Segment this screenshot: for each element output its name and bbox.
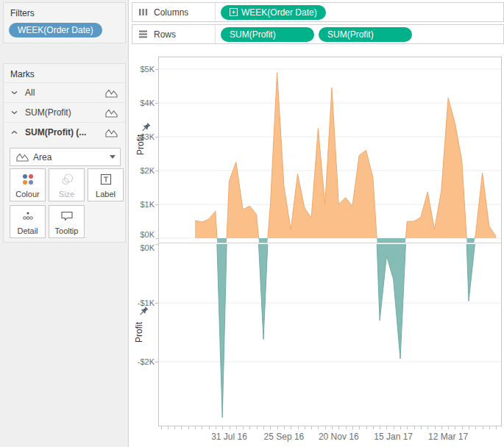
y-axis-title-bottom[interactable]: Profit bbox=[134, 314, 144, 351]
columns-shelf[interactable]: Columns WEEK(Order Date) bbox=[132, 2, 504, 22]
x-tick bbox=[435, 426, 436, 429]
marks-item-all[interactable]: All bbox=[4, 82, 125, 102]
pill-sum-profit-2[interactable]: SUM(Profit) bbox=[319, 27, 412, 42]
x-tick bbox=[222, 426, 223, 429]
rows-pillzone: SUM(Profit) SUM(Profit) bbox=[216, 27, 416, 42]
dual-area-chart[interactable] bbox=[158, 57, 502, 426]
x-tick bbox=[462, 426, 463, 429]
marks-item-sum-profit-1[interactable]: SUM(Profit) bbox=[4, 102, 125, 122]
x-tick bbox=[277, 426, 278, 429]
rows-shelf-label: Rows bbox=[154, 29, 176, 40]
x-tick bbox=[380, 426, 380, 429]
chevron-down-icon[interactable] bbox=[11, 90, 18, 95]
y-tick bbox=[155, 303, 158, 304]
marks-item-sum-profit-2[interactable]: SUM(Profit) (... bbox=[4, 122, 125, 142]
colour-button[interactable]: Colour bbox=[10, 168, 46, 201]
size-button-label: Size bbox=[59, 190, 74, 199]
label-button-label: Label bbox=[96, 190, 116, 199]
x-tick bbox=[455, 426, 455, 429]
mark-type-value: Area bbox=[33, 152, 52, 162]
x-tick bbox=[270, 426, 271, 429]
y-tick bbox=[155, 362, 158, 362]
area-mark-icon bbox=[105, 128, 118, 137]
filters-card: Filters WEEK(Order Date) bbox=[3, 2, 126, 43]
y-tick bbox=[155, 244, 158, 245]
chevron-down-icon[interactable] bbox=[11, 110, 18, 115]
y-tick-label: $2K bbox=[128, 165, 155, 176]
pill-week-order-date[interactable]: WEEK(Order Date) bbox=[221, 5, 326, 20]
area-mark-icon bbox=[105, 88, 118, 98]
x-tick bbox=[263, 426, 264, 429]
marks-item-label: All bbox=[25, 87, 105, 98]
y-tick-label: $5K bbox=[128, 64, 155, 74]
y-tick-label: -$2K bbox=[128, 357, 155, 367]
x-tick-label: 15 Jan 17 bbox=[367, 432, 420, 442]
x-tick bbox=[257, 426, 258, 429]
text-label-icon bbox=[100, 169, 112, 190]
x-tick bbox=[489, 426, 490, 429]
x-tick bbox=[483, 426, 483, 429]
x-tick-label: 31 Jul 16 bbox=[203, 432, 256, 442]
x-tick bbox=[366, 426, 367, 429]
rows-shelf[interactable]: Rows SUM(Profit) SUM(Profit) bbox=[132, 24, 504, 44]
tableau-workspace: Filters WEEK(Order Date) Marks All bbox=[0, 0, 504, 447]
x-tick bbox=[448, 426, 449, 429]
y-tick bbox=[155, 137, 158, 137]
x-tick bbox=[407, 426, 408, 429]
rows-icon bbox=[139, 30, 148, 38]
filter-pill-week-order-date[interactable]: WEEK(Order Date) bbox=[9, 23, 102, 37]
x-tick bbox=[325, 426, 326, 429]
label-button[interactable]: Label bbox=[88, 168, 124, 201]
x-tick bbox=[284, 426, 285, 429]
area-mark-icon bbox=[16, 152, 29, 162]
filters-title: Filters bbox=[4, 3, 125, 21]
rows-shelf-head: Rows bbox=[132, 25, 216, 43]
x-tick bbox=[386, 426, 387, 429]
sidebar: Filters WEEK(Order Date) Marks All bbox=[0, 0, 129, 447]
x-tick bbox=[441, 426, 442, 429]
y-tick bbox=[155, 103, 158, 104]
x-tick-label: 12 Mar 17 bbox=[422, 432, 475, 442]
x-tick bbox=[181, 426, 182, 429]
x-tick bbox=[161, 426, 162, 429]
mark-type-dropdown[interactable]: Area bbox=[10, 148, 121, 166]
y-tick bbox=[155, 69, 158, 70]
area-mark-icon bbox=[105, 108, 118, 118]
x-tick bbox=[469, 426, 469, 429]
chevron-down-icon bbox=[110, 155, 116, 159]
x-tick bbox=[236, 426, 237, 429]
x-tick bbox=[338, 426, 339, 429]
x-tick bbox=[359, 426, 360, 429]
size-icon bbox=[60, 169, 74, 190]
x-tick bbox=[243, 426, 244, 429]
x-tick-label: 20 Nov 16 bbox=[312, 432, 365, 442]
x-tick bbox=[168, 426, 168, 429]
y-tick-label: $4K bbox=[128, 98, 155, 108]
y-tick bbox=[155, 238, 158, 239]
colour-button-label: Colour bbox=[15, 190, 39, 199]
pill-sum-profit-1[interactable]: SUM(Profit) bbox=[221, 27, 314, 42]
x-tick bbox=[475, 426, 476, 429]
columns-pillzone: WEEK(Order Date) bbox=[216, 5, 330, 20]
x-tick bbox=[332, 426, 333, 429]
marks-item-label: SUM(Profit) bbox=[25, 107, 105, 118]
columns-icon bbox=[139, 8, 148, 16]
x-tick bbox=[305, 426, 305, 429]
x-tick bbox=[414, 426, 415, 429]
x-tick bbox=[346, 426, 347, 429]
y-tick bbox=[155, 204, 158, 205]
filter-pill-label: WEEK(Order Date) bbox=[18, 25, 93, 35]
tooltip-button[interactable]: Tooltip bbox=[49, 205, 85, 238]
x-tick bbox=[318, 426, 319, 429]
y-tick-label: $1K bbox=[128, 199, 155, 210]
size-button[interactable]: Size bbox=[49, 168, 85, 201]
x-tick-label: 25 Sep 16 bbox=[258, 432, 310, 442]
detail-button[interactable]: Detail bbox=[10, 205, 46, 238]
pill-label: SUM(Profit) bbox=[230, 29, 276, 40]
colour-icon bbox=[21, 169, 35, 190]
chevron-up-icon[interactable] bbox=[11, 130, 18, 135]
marks-title: Marks bbox=[4, 64, 125, 82]
expand-plus-icon[interactable] bbox=[230, 8, 238, 16]
marks-item-label: SUM(Profit) (... bbox=[25, 127, 105, 137]
columns-shelf-head: Columns bbox=[132, 3, 216, 21]
